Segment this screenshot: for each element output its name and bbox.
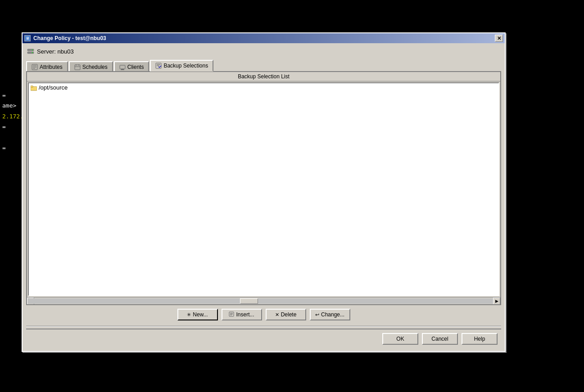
- svg-rect-19: [31, 86, 33, 87]
- scrollbar-track[interactable]: [28, 298, 499, 304]
- cancel-label: Cancel: [431, 336, 448, 342]
- cancel-button[interactable]: Cancel: [422, 333, 458, 345]
- help-button[interactable]: Help: [462, 333, 498, 345]
- delete-icon: ✕: [275, 312, 279, 318]
- new-button[interactable]: ✳ New...: [177, 309, 218, 320]
- ok-button[interactable]: OK: [382, 333, 418, 345]
- scrollbar-thumb[interactable]: [240, 298, 258, 304]
- tabs-container: Attributes Schedules: [26, 59, 501, 71]
- scroll-right-arrow[interactable]: ▶: [493, 297, 500, 305]
- tab-schedules[interactable]: Schedules: [69, 61, 113, 72]
- backup-selection-list[interactable]: /opt/source: [28, 82, 499, 296]
- tab-attributes-label: Attributes: [40, 64, 63, 70]
- new-icon: ✳: [187, 312, 191, 318]
- terminal-background: = ame> 2.172. = =: [0, 0, 23, 153]
- insert-label: Insert...: [236, 311, 254, 318]
- bottom-bar: OK Cancel Help: [26, 329, 501, 348]
- svg-rect-12: [120, 65, 125, 69]
- dialog-content: Server: nbu03 Attributes: [23, 43, 505, 351]
- ok-label: OK: [396, 336, 404, 342]
- main-panel: Backup Selection List /opt/source ◀: [26, 71, 501, 305]
- term-line-4: =: [0, 122, 23, 132]
- svg-rect-8: [75, 65, 80, 70]
- term-line-2: ame>: [0, 100, 23, 111]
- term-line-1: =: [0, 90, 23, 100]
- server-bar: Server: nbu03: [26, 46, 501, 57]
- tab-schedules-label: Schedules: [82, 64, 108, 70]
- change-policy-dialog: 🖥 Change Policy - test@nbu03 ✕ Server: n…: [22, 32, 506, 352]
- help-label: Help: [474, 336, 485, 342]
- tab-backup-selections[interactable]: Backup Selections: [150, 60, 213, 72]
- folder-icon: [31, 85, 37, 91]
- svg-point-3: [32, 52, 33, 53]
- term-line-5: =: [0, 143, 23, 153]
- list-item-path: /opt/source: [39, 84, 68, 91]
- close-button[interactable]: ✕: [495, 35, 503, 42]
- action-buttons: ✳ New... Insert... ✕ Delete: [26, 305, 501, 324]
- list-item[interactable]: /opt/source: [29, 83, 498, 92]
- schedules-icon: [74, 64, 81, 70]
- server-icon: [27, 48, 34, 55]
- dialog-title: Change Policy - test@nbu03: [33, 35, 106, 41]
- change-label: Change...: [321, 311, 344, 318]
- change-icon: ↩: [315, 312, 319, 318]
- term-line-3: 2.172.: [0, 111, 23, 122]
- insert-icon: [229, 311, 234, 318]
- tab-attributes[interactable]: Attributes: [26, 61, 68, 72]
- title-bar-left: 🖥 Change Policy - test@nbu03: [24, 35, 106, 41]
- delete-button[interactable]: ✕ Delete: [266, 309, 306, 320]
- backup-selections-icon: [155, 63, 162, 69]
- tab-backup-selections-label: Backup Selections: [163, 63, 208, 69]
- attributes-icon: [32, 64, 38, 70]
- divider: [26, 326, 501, 327]
- tab-clients[interactable]: Clients: [114, 61, 149, 72]
- title-bar: 🖥 Change Policy - test@nbu03 ✕: [23, 33, 505, 43]
- new-label: New...: [193, 311, 208, 318]
- change-button[interactable]: ↩ Change...: [310, 309, 350, 320]
- svg-point-2: [32, 50, 33, 50]
- dialog-icon: 🖥: [24, 35, 31, 41]
- list-header: Backup Selection List: [27, 72, 500, 81]
- insert-button[interactable]: Insert...: [222, 309, 262, 320]
- delete-label: Delete: [281, 311, 297, 318]
- tab-clients-label: Clients: [127, 64, 144, 70]
- server-label: Server: nbu03: [37, 48, 74, 55]
- horizontal-scrollbar[interactable]: ◀ ▶: [27, 297, 500, 304]
- clients-icon: [119, 64, 126, 70]
